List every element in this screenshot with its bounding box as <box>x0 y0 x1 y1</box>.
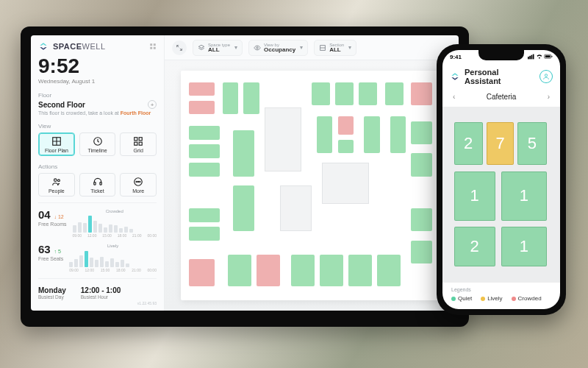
phone-room-name: Cafeteria <box>487 93 517 101</box>
phone-title: Personal Assistant <box>465 68 535 85</box>
profile-avatar[interactable] <box>539 70 553 83</box>
desktop-monitor: SPACEWELL 9:52 Wednesday, August 1 Floor… <box>21 26 469 327</box>
legend-lively: Lively <box>481 295 502 302</box>
phone-screen: 9:41 Personal Assistant ‹ Cafeteria › 2 … <box>442 50 560 309</box>
more-icon <box>122 177 154 187</box>
free-seats-caption: Free Seats <box>38 256 63 261</box>
headset-icon <box>82 177 114 187</box>
prev-room-button[interactable]: ‹ <box>453 93 455 101</box>
stat-free-seats: 63 ↑ 5 Free Seats Lively 09:0012:0015:00… <box>38 244 157 272</box>
svg-rect-22 <box>531 55 533 60</box>
svg-point-16 <box>138 181 139 182</box>
expand-button[interactable] <box>172 40 187 55</box>
grid-icon <box>122 136 154 146</box>
busiest-day: Monday <box>38 286 66 294</box>
svg-point-17 <box>140 181 140 182</box>
next-room-button[interactable]: › <box>548 93 550 101</box>
phone-status-bar: 9:41 <box>442 50 560 63</box>
legend-crowded: Crowded <box>512 295 542 302</box>
clock-date: Wednesday, August 1 <box>38 78 157 85</box>
chevron-down-icon: ▾ <box>234 44 237 51</box>
filter-view-by[interactable]: View byOccupancy ▾ <box>248 40 308 56</box>
action-ticket[interactable]: Ticket <box>79 173 116 197</box>
view-label: View <box>38 123 157 130</box>
phone-device: 9:41 Personal Assistant ‹ Cafeteria › 2 … <box>437 44 566 315</box>
sidebar-menu-icon[interactable] <box>149 43 157 50</box>
svg-rect-6 <box>135 138 137 141</box>
free-rooms-value: 04 <box>38 208 51 221</box>
svg-rect-20 <box>528 57 529 59</box>
svg-rect-1 <box>154 43 156 46</box>
floor-plan-icon <box>40 136 73 146</box>
legend-quiet: Quiet <box>451 295 472 302</box>
section-icon <box>319 44 326 52</box>
desktop-screen: SPACEWELL 9:52 Wednesday, August 1 Floor… <box>31 35 459 311</box>
action-people[interactable]: People <box>38 173 75 197</box>
floor-name[interactable]: Second Floor <box>38 101 85 109</box>
busiest-hour: 12:00 - 1:00 <box>81 286 121 294</box>
stat-free-rooms: 04 ↓ 12 Free Rooms Crowded 09:0012:0015:… <box>38 209 157 238</box>
tab-timeline[interactable]: Timeline <box>79 132 116 156</box>
action-tabs: People Ticket More <box>38 173 157 197</box>
free-rooms-delta: ↓ 12 <box>54 214 63 219</box>
chevron-down-icon: ▾ <box>348 44 351 51</box>
eye-icon <box>254 44 261 52</box>
svg-rect-27 <box>551 56 552 57</box>
clock-time: 9:52 <box>38 56 157 77</box>
svg-rect-13 <box>99 183 101 185</box>
sidebar: SPACEWELL 9:52 Wednesday, August 1 Floor… <box>31 35 165 311</box>
svg-point-11 <box>57 180 60 182</box>
main-panel: Space typeALL ▾ View byOccupancy ▾ Secti… <box>165 35 459 311</box>
floor-label: Floor <box>38 92 157 99</box>
phone-floor-canvas[interactable]: 2 7 5 1 1 2 1 <box>442 107 560 282</box>
floor-hint: This floor is crowded, take a look at Fo… <box>38 110 157 116</box>
floor-hint-link[interactable]: Fourth Floor <box>121 110 151 116</box>
chevron-down-icon: ▾ <box>300 44 303 51</box>
people-icon <box>40 177 73 187</box>
svg-rect-2 <box>150 47 152 49</box>
topbar: Space typeALL ▾ View byOccupancy ▾ Secti… <box>165 35 459 60</box>
svg-rect-9 <box>139 142 142 145</box>
brand-row: SPACEWELL <box>38 41 157 52</box>
seats-sparkline <box>69 250 157 267</box>
brand-logo-icon <box>38 41 49 52</box>
busiest-row: Monday Busiest Day 12:00 - 1:00 Busiest … <box>38 286 157 300</box>
tab-floor-plan[interactable]: Floor Plan <box>38 132 75 156</box>
svg-rect-7 <box>139 138 142 141</box>
svg-rect-0 <box>150 43 152 46</box>
svg-rect-23 <box>533 54 534 60</box>
add-floor-button[interactable]: + <box>148 100 157 109</box>
floor-plan-canvas[interactable] <box>165 60 459 311</box>
svg-point-18 <box>257 46 259 49</box>
floor-plan <box>181 71 442 300</box>
actions-label: Actions <box>38 163 157 170</box>
phone-room-nav: ‹ Cafeteria › <box>442 90 560 107</box>
filter-space-type[interactable]: Space typeALL ▾ <box>193 40 243 56</box>
svg-rect-26 <box>545 55 551 57</box>
clock: 9:52 Wednesday, August 1 <box>38 56 157 85</box>
phone-legend: Legends Quiet Lively Crowded <box>442 282 560 309</box>
phone-status-icons <box>528 54 553 60</box>
version-label: v1.22.45.93 <box>38 301 157 305</box>
phone-status-time: 9:41 <box>450 54 462 60</box>
phone-header: Personal Assistant <box>442 63 560 90</box>
brand-name: SPACEWELL <box>53 42 106 51</box>
svg-rect-12 <box>93 183 95 185</box>
action-more[interactable]: More <box>120 173 157 197</box>
svg-point-15 <box>136 181 137 182</box>
phone-notch <box>478 50 524 60</box>
timeline-icon <box>82 136 114 146</box>
view-tabs: Floor Plan Timeline Grid <box>38 132 157 156</box>
free-seats-delta: ↑ 5 <box>54 249 60 254</box>
tab-grid[interactable]: Grid <box>120 132 157 156</box>
rooms-sparkline <box>73 215 157 233</box>
brand-logo-icon <box>450 71 460 82</box>
svg-rect-21 <box>529 56 531 60</box>
layers-icon <box>198 44 205 52</box>
svg-point-10 <box>54 179 57 182</box>
svg-point-28 <box>545 74 548 77</box>
free-rooms-caption: Free Rooms <box>38 222 67 227</box>
filter-section[interactable]: SectionALL ▾ <box>314 40 356 56</box>
free-seats-value: 63 <box>38 243 51 255</box>
svg-rect-8 <box>135 142 137 145</box>
